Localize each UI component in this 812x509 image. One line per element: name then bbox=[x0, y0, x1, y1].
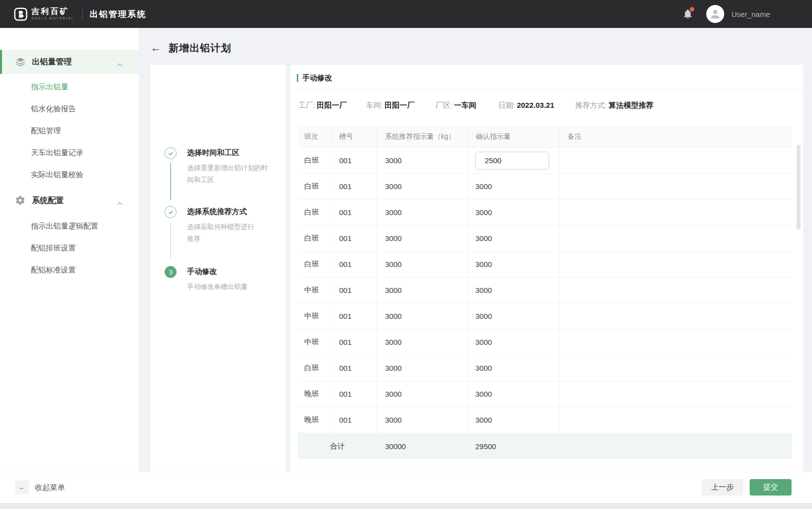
chevron-up-icon bbox=[117, 199, 123, 208]
cell-remark bbox=[560, 252, 792, 277]
table-scrollbar[interactable] bbox=[797, 145, 801, 230]
left-arrow-icon: ← bbox=[18, 483, 25, 491]
total-label: 合计 bbox=[298, 433, 377, 459]
cell-confirmed bbox=[468, 148, 560, 173]
cell-recommended: 3000 bbox=[377, 226, 468, 251]
sidebar: 出铝量管理 指示出铝量 铝水化验报告 配铝管理 天车出铝量记录 实际出铝量校验 … bbox=[0, 28, 139, 472]
cell-confirmed: 3000 bbox=[468, 226, 560, 251]
cell-confirmed: 3000 bbox=[468, 277, 560, 303]
step-title: 选择时间和工区 bbox=[187, 148, 239, 158]
cell-confirmed: 3000 bbox=[468, 407, 560, 433]
cell-confirmed: 3000 bbox=[468, 381, 560, 407]
table-row: 白班00130003000 bbox=[298, 174, 792, 200]
step-desc: 手动修改单槽出铝量 bbox=[187, 281, 273, 293]
sidebar-item-allocation-mgmt[interactable]: 配铝管理 bbox=[0, 120, 139, 142]
footer-bar: ← 收起菜单 上一步 提交 bbox=[0, 472, 812, 503]
cell-confirmed: 3000 bbox=[468, 329, 560, 355]
page-header: ← 新增出铝计划 bbox=[151, 39, 231, 57]
cell-shift: 晚班 bbox=[298, 407, 331, 433]
cell-shift: 中班 bbox=[298, 329, 331, 355]
col-header-remark: 备注 bbox=[560, 126, 792, 147]
cell-shift: 晚班 bbox=[298, 381, 331, 407]
cell-shift: 白班 bbox=[298, 148, 331, 173]
table-row: 晚班00130003000 bbox=[298, 381, 792, 407]
cell-remark bbox=[560, 355, 792, 381]
step-title: 选择系统推荐方式 bbox=[187, 207, 247, 217]
sidebar-item-indicated-output[interactable]: 指示出铝量 bbox=[0, 76, 139, 98]
cell-recommended: 3000 bbox=[377, 277, 468, 303]
info-factory: 工厂:田阳一厂 bbox=[298, 101, 347, 110]
cell-slot: 001 bbox=[331, 407, 377, 433]
sidebar-item-crane-record[interactable]: 天车出铝量记录 bbox=[0, 142, 139, 164]
username-label: User_name bbox=[731, 10, 770, 18]
cell-shift: 白班 bbox=[298, 226, 331, 251]
step-check-icon bbox=[165, 147, 177, 159]
col-header-recommended: 系统推荐指示量（kg） bbox=[377, 126, 468, 147]
cell-recommended: 3000 bbox=[377, 174, 468, 199]
notification-badge bbox=[690, 7, 694, 11]
table-header-row: 班次 槽号 系统推荐指示量（kg） 确认指示量 备注 bbox=[298, 126, 792, 148]
info-area: 厂区:一车间 bbox=[435, 101, 476, 110]
cell-slot: 001 bbox=[331, 148, 377, 173]
topbar-divider bbox=[82, 9, 83, 18]
cell-slot: 001 bbox=[331, 303, 377, 329]
step-number-icon: 3 bbox=[165, 266, 177, 278]
cell-slot: 001 bbox=[331, 174, 377, 199]
cell-slot: 001 bbox=[331, 329, 377, 355]
table-row: 中班00130003000 bbox=[298, 329, 792, 355]
sidebar-item-logic-config[interactable]: 指示出铝量逻辑配置 bbox=[0, 215, 139, 237]
cell-remark bbox=[560, 226, 792, 251]
table-row: 中班00130003000 bbox=[298, 277, 792, 303]
cell-shift: 中班 bbox=[298, 277, 331, 303]
cell-recommended: 3000 bbox=[377, 381, 468, 407]
steps-panel: 选择时间和工区 选择需要新增出铝计划的时 间和工区 选择系统推荐方式 选择采取何… bbox=[151, 65, 286, 472]
cell-slot: 001 bbox=[331, 277, 377, 303]
table-row: 晚班00130003000 bbox=[298, 407, 792, 433]
step-desc: 选择采取何种模型进行 推荐 bbox=[187, 221, 273, 245]
cell-confirmed: 3000 bbox=[468, 252, 560, 277]
table-total-row: 合计 30000 29500 bbox=[298, 433, 792, 459]
cell-confirmed: 3000 bbox=[468, 174, 560, 199]
cell-slot: 001 bbox=[331, 355, 377, 381]
info-recommend-mode: 推荐方式:算法模型推荐 bbox=[575, 101, 653, 110]
cell-remark bbox=[560, 174, 792, 199]
collapse-menu-button[interactable]: ← bbox=[15, 480, 29, 494]
notification-bell-icon[interactable] bbox=[682, 8, 693, 20]
cell-shift: 白班 bbox=[298, 200, 331, 225]
sidebar-group1-items: 指示出铝量 铝水化验报告 配铝管理 天车出铝量记录 实际出铝量校验 bbox=[0, 76, 139, 186]
sidebar-group2-items: 指示出铝量逻辑配置 配铝排班设置 配铝标准设置 bbox=[0, 215, 139, 281]
step-connector bbox=[170, 222, 171, 258]
brand-name-cn: 吉利百矿 bbox=[31, 7, 74, 15]
total-remark bbox=[560, 433, 792, 459]
brand-logo-icon bbox=[14, 7, 27, 21]
sidebar-group-label: 出铝量管理 bbox=[32, 57, 72, 67]
cell-slot: 001 bbox=[331, 381, 377, 407]
step-title: 手动修改 bbox=[187, 267, 217, 276]
col-header-confirmed: 确认指示量 bbox=[468, 126, 560, 147]
cell-remark bbox=[560, 329, 792, 355]
sidebar-group-aluminum-output[interactable]: 出铝量管理 bbox=[0, 50, 139, 74]
cell-remark bbox=[560, 407, 792, 433]
cell-remark bbox=[560, 381, 792, 407]
cell-remark bbox=[560, 148, 792, 173]
chevron-up-icon bbox=[117, 60, 123, 69]
sidebar-group-label: 系统配置 bbox=[32, 196, 64, 206]
detail-panel: 手动修改 工厂:田阳一厂 车间:田阳一厂 厂区:一车间 日期:2022.03.2… bbox=[290, 65, 803, 472]
cell-recommended: 3000 bbox=[377, 329, 468, 355]
sidebar-item-assay-report[interactable]: 铝水化验报告 bbox=[0, 98, 139, 120]
sidebar-item-actual-check[interactable]: 实际出铝量校验 bbox=[0, 164, 139, 186]
sidebar-group-system-config[interactable]: 系统配置 bbox=[0, 189, 139, 213]
plan-table: 班次 槽号 系统推荐指示量（kg） 确认指示量 备注 白班0013000白班00… bbox=[298, 126, 792, 459]
table-row: 白班0013000 bbox=[298, 148, 792, 174]
confirmed-input[interactable] bbox=[475, 152, 549, 170]
table-body: 白班0013000白班00130003000白班00130003000白班001… bbox=[298, 148, 792, 433]
sidebar-item-shift-config[interactable]: 配铝排班设置 bbox=[0, 237, 139, 259]
sidebar-item-standard-config[interactable]: 配铝标准设置 bbox=[0, 259, 139, 281]
cell-recommended: 3000 bbox=[377, 148, 468, 173]
avatar[interactable] bbox=[706, 5, 724, 23]
back-arrow-icon[interactable]: ← bbox=[151, 42, 164, 54]
cell-slot: 001 bbox=[331, 226, 377, 251]
brand-name-en: GEELY MATERIAL bbox=[31, 17, 74, 20]
previous-step-button[interactable]: 上一步 bbox=[702, 479, 743, 496]
submit-button[interactable]: 提交 bbox=[750, 479, 792, 496]
